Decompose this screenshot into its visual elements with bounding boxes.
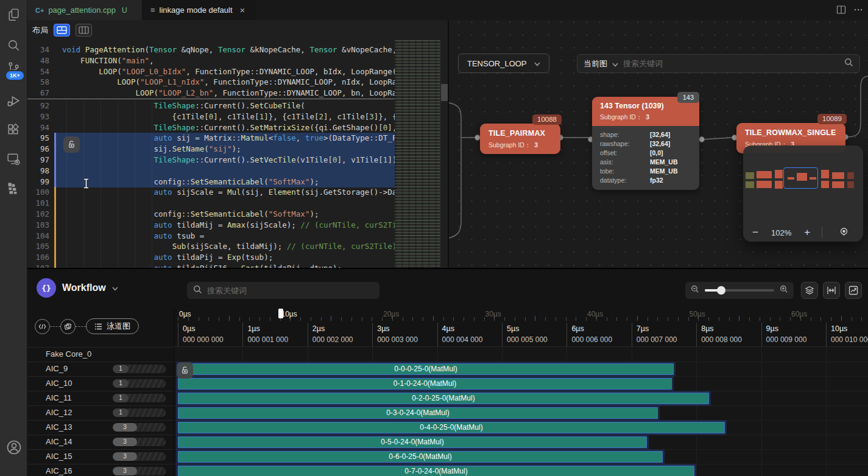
timeline-search-input[interactable] bbox=[207, 286, 373, 295]
overview-tick bbox=[739, 316, 739, 321]
task-bar[interactable]: 0-1-0-24-0(MatMul) bbox=[178, 378, 672, 390]
overview-drag-marker[interactable] bbox=[278, 309, 283, 318]
code-line: 94 TileShape::Current().SetMatrixSize({q… bbox=[27, 122, 448, 133]
timeline-row-label[interactable]: AIC_13 bbox=[46, 420, 72, 435]
ruler-us-label: 1µs bbox=[247, 324, 307, 333]
tensor-detail-row: offset:[0,0] bbox=[592, 149, 699, 158]
line-number: 58 bbox=[27, 77, 49, 88]
run-debug-icon[interactable] bbox=[6, 93, 21, 108]
bar-lock-icon[interactable] bbox=[177, 362, 193, 379]
tensor-graph-panel[interactable]: TENSOR_LOOP 当前图 10088 TILE_PAIRMAX Subgr… bbox=[448, 20, 868, 268]
row-separator bbox=[27, 347, 174, 348]
layers-view-button[interactable] bbox=[801, 282, 818, 299]
timeline-row-label[interactable]: AIC_15 bbox=[46, 449, 72, 464]
node-type-value: TENSOR_LOOP bbox=[467, 59, 527, 68]
line-number: 107 bbox=[27, 263, 49, 268]
code-editor[interactable]: 34void PageAttention(Tensor &qNope, Tens… bbox=[27, 40, 448, 268]
search-icon[interactable] bbox=[6, 38, 21, 53]
overview-tick bbox=[229, 316, 230, 321]
code-line: 67 LOOP("LOOP_L2_bn", FunctionType::DYNA… bbox=[27, 88, 448, 99]
task-bar[interactable]: 0-0-0-25-0(MatMul) bbox=[178, 363, 674, 375]
row-separator bbox=[27, 391, 174, 391]
graph-search-input[interactable] bbox=[623, 59, 839, 68]
timeline-row-label[interactable]: AIC_12 bbox=[46, 405, 72, 420]
overview-tick bbox=[760, 317, 760, 321]
swimlane-view-button[interactable]: 泳道图 bbox=[86, 318, 139, 334]
zoom-slider[interactable] bbox=[705, 289, 774, 292]
zoom-out-button[interactable]: − bbox=[749, 226, 761, 239]
ruler-ns-label: 000 005 000 bbox=[507, 335, 566, 344]
overview-tick bbox=[627, 317, 627, 321]
task-bar[interactable]: 0-4-0-25-0(MatMul) bbox=[178, 422, 725, 433]
tab-linkage-mode[interactable]: ≡ linkage mode default × bbox=[142, 0, 256, 20]
minimap[interactable] bbox=[395, 40, 440, 268]
minimap-slider[interactable] bbox=[441, 84, 448, 101]
extensions-icon[interactable] bbox=[6, 123, 21, 138]
minimap-viewport[interactable] bbox=[783, 167, 818, 189]
code-line: 107 auto tildaPijF16 = Cast(tildaPij, dt… bbox=[27, 263, 448, 268]
timeline-row-label[interactable]: AIC_14 bbox=[46, 435, 72, 449]
node-tensor-1039[interactable]: 143 143 Tensor (1039) Subgraph ID： 3 sha… bbox=[592, 97, 699, 190]
code-line: 95 auto sij = Matrix::Matmul<false, true… bbox=[27, 133, 448, 144]
explorer-icon[interactable] bbox=[6, 7, 21, 23]
timeline-row-label[interactable]: AIC_10 bbox=[46, 376, 72, 391]
timeline-chart[interactable]: 0-0-0-25-0(MatMul)0-1-0-24-0(MatMul)0-2-… bbox=[174, 347, 868, 476]
timeline-row-label[interactable]: AIC_11 bbox=[46, 391, 71, 405]
layout-columns-button[interactable] bbox=[76, 24, 92, 37]
overview-tick bbox=[351, 317, 352, 321]
timeline-overview-ruler[interactable]: 0µs10µs20µs30µs40µs50µs60µs bbox=[174, 309, 868, 322]
line-number: 99 bbox=[27, 177, 49, 187]
task-bar[interactable]: 0-6-0-25-0(MatMul) bbox=[178, 451, 663, 463]
workflow-title[interactable]: Workflow bbox=[62, 282, 118, 293]
zoom-in-icon[interactable] bbox=[780, 285, 788, 296]
more-actions-icon[interactable] bbox=[853, 5, 863, 17]
code-step-icon[interactable] bbox=[35, 319, 50, 334]
overview-tick bbox=[443, 317, 444, 321]
task-bar[interactable]: 0-5-0-24-0(MatMul) bbox=[178, 436, 647, 448]
trend-chart-button[interactable] bbox=[845, 282, 862, 299]
line-number: 106 bbox=[27, 252, 49, 263]
code-line: 99 config::SetSemanticLabel("SoftMax"); bbox=[27, 177, 448, 187]
graph-minimap-panel[interactable]: − 102% + bbox=[743, 145, 863, 242]
task-bar[interactable]: 0-3-0-24-0(MatMul) bbox=[178, 407, 658, 419]
overview-tick bbox=[607, 317, 607, 321]
zoom-out-icon[interactable] bbox=[691, 285, 699, 296]
remote-explorer-icon[interactable] bbox=[6, 152, 21, 167]
zoom-in-button[interactable]: + bbox=[801, 226, 813, 239]
timeline-row-label[interactable]: AIC_16 bbox=[46, 464, 72, 476]
ruler-ns-label: 000 006 000 bbox=[571, 335, 631, 344]
task-bar[interactable]: 0-2-0-25-0(MatMul) bbox=[178, 393, 709, 404]
scm-count-badge: 1K+ bbox=[5, 70, 25, 81]
row-count-badge: 1 bbox=[113, 394, 166, 402]
fit-width-button[interactable] bbox=[823, 282, 840, 299]
ruler-ns-label: 000 010 000 bbox=[831, 335, 868, 344]
graph-search-bar[interactable]: 当前图 bbox=[577, 54, 860, 73]
line-number: 48 bbox=[27, 55, 49, 66]
node-type-dropdown[interactable]: TENSOR_LOOP bbox=[458, 54, 549, 73]
line-number: 67 bbox=[27, 88, 49, 99]
close-tab-icon[interactable]: × bbox=[240, 5, 245, 15]
row-count-badge: 1 bbox=[113, 408, 166, 417]
graph-step-icon[interactable] bbox=[60, 319, 76, 334]
split-editor-icon[interactable] bbox=[836, 5, 846, 17]
chart-row-line bbox=[174, 464, 868, 464]
timeline-detail-ruler[interactable]: 0µs000 000 0001µs000 001 0002µs000 002 0… bbox=[174, 323, 868, 347]
gutter-lock-icon[interactable] bbox=[63, 136, 80, 153]
node-title: TILE_ROWMAX_SINGLE bbox=[736, 123, 845, 137]
line-number: 92 bbox=[27, 100, 49, 111]
account-icon[interactable] bbox=[5, 439, 23, 456]
recenter-icon[interactable] bbox=[839, 227, 849, 239]
tab-page-attention[interactable]: C+ page_attention.cpp U bbox=[27, 0, 142, 20]
search-scope-dropdown[interactable]: 当前图 bbox=[584, 58, 607, 69]
zoom-slider-thumb[interactable] bbox=[717, 286, 725, 295]
timeline-search-bar[interactable] bbox=[187, 282, 379, 299]
node-tile-pairmax[interactable]: 10088 TILE_PAIRMAX Subgraph ID： 3 bbox=[480, 124, 560, 154]
overview-tick bbox=[178, 317, 178, 321]
custom-tool-icon[interactable] bbox=[6, 181, 21, 196]
timeline-row-label[interactable]: AIC_9 bbox=[46, 362, 68, 376]
overview-tick bbox=[372, 317, 372, 321]
layout-split-button[interactable] bbox=[54, 24, 70, 37]
workflow-logo: {} bbox=[37, 278, 56, 298]
task-bar[interactable]: 0-7-0-24-0(MatMul) bbox=[178, 466, 694, 476]
code-line: 104 auto tsub = bbox=[27, 231, 448, 242]
